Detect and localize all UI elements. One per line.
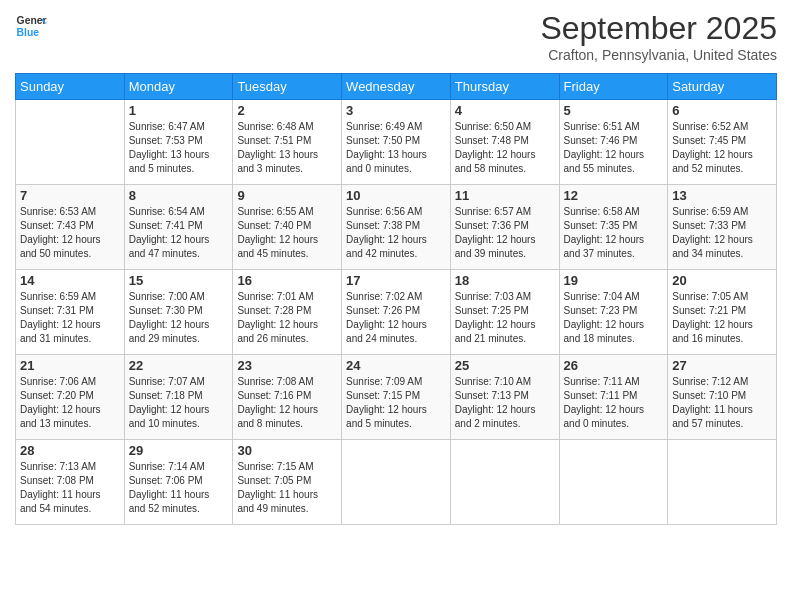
- calendar-cell: 2Sunrise: 6:48 AM Sunset: 7:51 PM Daylig…: [233, 100, 342, 185]
- day-info: Sunrise: 6:53 AM Sunset: 7:43 PM Dayligh…: [20, 205, 120, 261]
- calendar-cell: [450, 440, 559, 525]
- header-wednesday: Wednesday: [342, 74, 451, 100]
- calendar-cell: 7Sunrise: 6:53 AM Sunset: 7:43 PM Daylig…: [16, 185, 125, 270]
- day-number: 19: [564, 273, 664, 288]
- day-number: 15: [129, 273, 229, 288]
- calendar-table: SundayMondayTuesdayWednesdayThursdayFrid…: [15, 73, 777, 525]
- day-number: 11: [455, 188, 555, 203]
- calendar-cell: 18Sunrise: 7:03 AM Sunset: 7:25 PM Dayli…: [450, 270, 559, 355]
- calendar-cell: 9Sunrise: 6:55 AM Sunset: 7:40 PM Daylig…: [233, 185, 342, 270]
- svg-text:Blue: Blue: [17, 27, 40, 38]
- header-saturday: Saturday: [668, 74, 777, 100]
- header-sunday: Sunday: [16, 74, 125, 100]
- day-number: 5: [564, 103, 664, 118]
- calendar-cell: 26Sunrise: 7:11 AM Sunset: 7:11 PM Dayli…: [559, 355, 668, 440]
- day-number: 14: [20, 273, 120, 288]
- day-info: Sunrise: 7:07 AM Sunset: 7:18 PM Dayligh…: [129, 375, 229, 431]
- day-number: 2: [237, 103, 337, 118]
- day-number: 12: [564, 188, 664, 203]
- calendar-cell: [668, 440, 777, 525]
- calendar-cell: 23Sunrise: 7:08 AM Sunset: 7:16 PM Dayli…: [233, 355, 342, 440]
- calendar-week-3: 14Sunrise: 6:59 AM Sunset: 7:31 PM Dayli…: [16, 270, 777, 355]
- day-info: Sunrise: 6:56 AM Sunset: 7:38 PM Dayligh…: [346, 205, 446, 261]
- calendar-cell: 5Sunrise: 6:51 AM Sunset: 7:46 PM Daylig…: [559, 100, 668, 185]
- calendar-cell: 24Sunrise: 7:09 AM Sunset: 7:15 PM Dayli…: [342, 355, 451, 440]
- day-info: Sunrise: 6:51 AM Sunset: 7:46 PM Dayligh…: [564, 120, 664, 176]
- calendar-week-2: 7Sunrise: 6:53 AM Sunset: 7:43 PM Daylig…: [16, 185, 777, 270]
- day-info: Sunrise: 6:57 AM Sunset: 7:36 PM Dayligh…: [455, 205, 555, 261]
- day-number: 10: [346, 188, 446, 203]
- calendar-cell: 30Sunrise: 7:15 AM Sunset: 7:05 PM Dayli…: [233, 440, 342, 525]
- day-info: Sunrise: 6:59 AM Sunset: 7:33 PM Dayligh…: [672, 205, 772, 261]
- calendar-cell: [16, 100, 125, 185]
- calendar-cell: 4Sunrise: 6:50 AM Sunset: 7:48 PM Daylig…: [450, 100, 559, 185]
- calendar-week-1: 1Sunrise: 6:47 AM Sunset: 7:53 PM Daylig…: [16, 100, 777, 185]
- day-number: 7: [20, 188, 120, 203]
- calendar-cell: 22Sunrise: 7:07 AM Sunset: 7:18 PM Dayli…: [124, 355, 233, 440]
- calendar-cell: 6Sunrise: 6:52 AM Sunset: 7:45 PM Daylig…: [668, 100, 777, 185]
- day-info: Sunrise: 7:06 AM Sunset: 7:20 PM Dayligh…: [20, 375, 120, 431]
- calendar-header-row: SundayMondayTuesdayWednesdayThursdayFrid…: [16, 74, 777, 100]
- calendar-cell: [559, 440, 668, 525]
- day-number: 20: [672, 273, 772, 288]
- day-number: 18: [455, 273, 555, 288]
- day-number: 13: [672, 188, 772, 203]
- day-info: Sunrise: 6:47 AM Sunset: 7:53 PM Dayligh…: [129, 120, 229, 176]
- day-info: Sunrise: 6:59 AM Sunset: 7:31 PM Dayligh…: [20, 290, 120, 346]
- day-info: Sunrise: 6:55 AM Sunset: 7:40 PM Dayligh…: [237, 205, 337, 261]
- calendar-cell: 20Sunrise: 7:05 AM Sunset: 7:21 PM Dayli…: [668, 270, 777, 355]
- day-number: 22: [129, 358, 229, 373]
- day-number: 1: [129, 103, 229, 118]
- day-number: 17: [346, 273, 446, 288]
- day-number: 9: [237, 188, 337, 203]
- day-number: 30: [237, 443, 337, 458]
- day-info: Sunrise: 7:00 AM Sunset: 7:30 PM Dayligh…: [129, 290, 229, 346]
- day-number: 4: [455, 103, 555, 118]
- page-header: General Blue September 2025 Crafton, Pen…: [15, 10, 777, 63]
- calendar-cell: 25Sunrise: 7:10 AM Sunset: 7:13 PM Dayli…: [450, 355, 559, 440]
- day-number: 21: [20, 358, 120, 373]
- calendar-cell: 29Sunrise: 7:14 AM Sunset: 7:06 PM Dayli…: [124, 440, 233, 525]
- day-info: Sunrise: 6:52 AM Sunset: 7:45 PM Dayligh…: [672, 120, 772, 176]
- calendar-cell: 3Sunrise: 6:49 AM Sunset: 7:50 PM Daylig…: [342, 100, 451, 185]
- day-number: 8: [129, 188, 229, 203]
- calendar-week-5: 28Sunrise: 7:13 AM Sunset: 7:08 PM Dayli…: [16, 440, 777, 525]
- day-info: Sunrise: 7:03 AM Sunset: 7:25 PM Dayligh…: [455, 290, 555, 346]
- day-info: Sunrise: 6:58 AM Sunset: 7:35 PM Dayligh…: [564, 205, 664, 261]
- calendar-cell: 12Sunrise: 6:58 AM Sunset: 7:35 PM Dayli…: [559, 185, 668, 270]
- day-info: Sunrise: 7:01 AM Sunset: 7:28 PM Dayligh…: [237, 290, 337, 346]
- calendar-cell: 13Sunrise: 6:59 AM Sunset: 7:33 PM Dayli…: [668, 185, 777, 270]
- header-friday: Friday: [559, 74, 668, 100]
- day-number: 27: [672, 358, 772, 373]
- calendar-cell: 28Sunrise: 7:13 AM Sunset: 7:08 PM Dayli…: [16, 440, 125, 525]
- day-info: Sunrise: 7:02 AM Sunset: 7:26 PM Dayligh…: [346, 290, 446, 346]
- calendar-cell: 14Sunrise: 6:59 AM Sunset: 7:31 PM Dayli…: [16, 270, 125, 355]
- day-info: Sunrise: 6:50 AM Sunset: 7:48 PM Dayligh…: [455, 120, 555, 176]
- day-number: 24: [346, 358, 446, 373]
- calendar-cell: 15Sunrise: 7:00 AM Sunset: 7:30 PM Dayli…: [124, 270, 233, 355]
- day-info: Sunrise: 7:09 AM Sunset: 7:15 PM Dayligh…: [346, 375, 446, 431]
- day-info: Sunrise: 7:04 AM Sunset: 7:23 PM Dayligh…: [564, 290, 664, 346]
- calendar-cell: 17Sunrise: 7:02 AM Sunset: 7:26 PM Dayli…: [342, 270, 451, 355]
- calendar-cell: 8Sunrise: 6:54 AM Sunset: 7:41 PM Daylig…: [124, 185, 233, 270]
- calendar-cell: 10Sunrise: 6:56 AM Sunset: 7:38 PM Dayli…: [342, 185, 451, 270]
- calendar-cell: 11Sunrise: 6:57 AM Sunset: 7:36 PM Dayli…: [450, 185, 559, 270]
- header-tuesday: Tuesday: [233, 74, 342, 100]
- day-number: 29: [129, 443, 229, 458]
- day-number: 26: [564, 358, 664, 373]
- calendar-cell: 19Sunrise: 7:04 AM Sunset: 7:23 PM Dayli…: [559, 270, 668, 355]
- calendar-cell: 1Sunrise: 6:47 AM Sunset: 7:53 PM Daylig…: [124, 100, 233, 185]
- month-title: September 2025: [540, 10, 777, 47]
- logo-icon: General Blue: [15, 10, 47, 42]
- logo: General Blue: [15, 10, 47, 42]
- day-info: Sunrise: 7:05 AM Sunset: 7:21 PM Dayligh…: [672, 290, 772, 346]
- day-info: Sunrise: 7:12 AM Sunset: 7:10 PM Dayligh…: [672, 375, 772, 431]
- day-info: Sunrise: 6:54 AM Sunset: 7:41 PM Dayligh…: [129, 205, 229, 261]
- day-number: 28: [20, 443, 120, 458]
- calendar-cell: 21Sunrise: 7:06 AM Sunset: 7:20 PM Dayli…: [16, 355, 125, 440]
- calendar-cell: [342, 440, 451, 525]
- header-monday: Monday: [124, 74, 233, 100]
- day-number: 25: [455, 358, 555, 373]
- header-thursday: Thursday: [450, 74, 559, 100]
- day-info: Sunrise: 7:13 AM Sunset: 7:08 PM Dayligh…: [20, 460, 120, 516]
